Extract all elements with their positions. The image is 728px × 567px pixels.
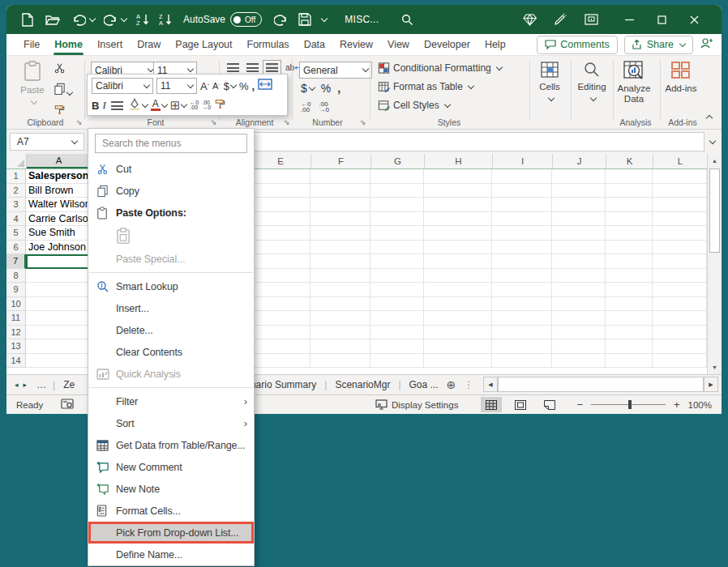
cell-I6[interactable] — [492, 241, 552, 255]
minimize-button[interactable] — [613, 7, 645, 32]
cell-I4[interactable] — [492, 212, 552, 227]
conditional-formatting-button[interactable]: Conditional Formatting — [378, 62, 502, 74]
cell-H7[interactable] — [424, 254, 492, 269]
cell-G5[interactable] — [370, 226, 424, 241]
redo-icon-2[interactable] — [272, 11, 289, 28]
cell-I1[interactable] — [492, 169, 552, 184]
page-break-preview-icon[interactable] — [539, 397, 560, 412]
cell-A12[interactable] — [26, 326, 91, 340]
cell-J11[interactable] — [552, 311, 606, 326]
page-layout-view-icon[interactable] — [510, 397, 531, 412]
column-header-L[interactable]: L — [653, 154, 708, 168]
cell-L2[interactable] — [653, 184, 707, 198]
vertical-scrollbar[interactable]: ▲ ▼ — [707, 154, 722, 374]
menu-item-get-data[interactable]: Get Data from Table/Range... — [88, 434, 254, 456]
cell-E11[interactable] — [250, 311, 310, 326]
cell-J4[interactable] — [552, 212, 606, 227]
cell-K3[interactable] — [606, 198, 653, 212]
cell-G7[interactable] — [370, 254, 424, 269]
cell-L5[interactable] — [653, 226, 707, 241]
cell-E4[interactable] — [250, 212, 310, 227]
cell-J1[interactable] — [552, 169, 606, 184]
close-button[interactable] — [678, 7, 710, 32]
cell-J10[interactable] — [552, 297, 606, 312]
cell-G6[interactable] — [370, 241, 424, 255]
menu-item-copy[interactable]: Copy — [88, 180, 254, 202]
collapse-ribbon-icon[interactable] — [704, 109, 712, 124]
column-header-E[interactable]: E — [251, 154, 311, 168]
cell-K2[interactable] — [606, 184, 653, 198]
name-box[interactable]: A7 — [10, 133, 84, 151]
cell-G13[interactable] — [370, 339, 424, 354]
cell-H3[interactable] — [424, 198, 492, 212]
tab-view[interactable]: View — [380, 34, 417, 55]
cell-A13[interactable] — [26, 339, 91, 354]
number-format-select[interactable]: General — [299, 62, 372, 79]
format-painter-icon[interactable] — [214, 98, 226, 113]
tab-review[interactable]: Review — [332, 34, 380, 55]
format-as-table-button[interactable]: Format as Table — [378, 81, 473, 92]
cell-L4[interactable] — [653, 212, 707, 227]
comments-button[interactable]: Comments — [537, 36, 617, 54]
increase-decimal-icon[interactable]: ←0.00 — [190, 100, 199, 110]
decrease-font-size-icon[interactable]: Aˇ — [212, 81, 221, 91]
draw-pen-icon[interactable] — [551, 11, 569, 28]
cell-G9[interactable] — [370, 283, 424, 297]
cell-J3[interactable] — [552, 198, 606, 212]
menu-item-define-name[interactable]: Define Name... — [88, 544, 254, 565]
cell-J12[interactable] — [552, 326, 606, 340]
cell-H5[interactable] — [424, 226, 492, 241]
column-header-I[interactable]: I — [493, 154, 553, 168]
cell-F2[interactable] — [310, 184, 370, 198]
menu-item-smart-lookup[interactable]: Smart Lookup — [88, 275, 254, 297]
cell-K13[interactable] — [606, 339, 653, 354]
cell-K11[interactable] — [606, 311, 653, 326]
tab-insert[interactable]: Insert — [90, 34, 130, 55]
increase-font-size-icon[interactable]: Aˆ — [200, 80, 209, 92]
cell-H4[interactable] — [424, 212, 492, 227]
cell-I14[interactable] — [492, 354, 552, 369]
cell-A8[interactable] — [26, 269, 91, 284]
sheet-nav-left-icon[interactable]: ◂ — [15, 381, 22, 389]
menu-item-pick-from-dropdown-list[interactable]: Pick From Drop-down List... — [88, 522, 254, 544]
cell-H1[interactable] — [424, 169, 492, 184]
column-header-G[interactable]: G — [371, 154, 425, 168]
format-painter-icon[interactable] — [54, 104, 72, 118]
cell-F1[interactable] — [310, 169, 370, 184]
share-button[interactable]: Share — [624, 36, 693, 54]
cell-A6[interactable]: Joe Johnson — [26, 241, 91, 255]
comma-style-icon[interactable]: , — [252, 80, 255, 92]
font-color-icon[interactable]: A — [151, 100, 161, 111]
menu-item-insert[interactable]: Insert... — [88, 297, 254, 319]
cell-E2[interactable] — [250, 184, 310, 198]
font-dialog-launcher[interactable]: ⇘ — [211, 118, 217, 126]
cell-E7[interactable] — [250, 254, 310, 269]
sheet-tab[interactable]: Goa ... — [401, 379, 447, 390]
normal-view-icon[interactable] — [481, 397, 502, 412]
percent-style-icon[interactable]: % — [321, 82, 331, 95]
cell-F7[interactable] — [310, 254, 370, 269]
cell-A5[interactable]: Sue Smith — [26, 226, 91, 241]
cell-F4[interactable] — [310, 212, 370, 227]
cell-J13[interactable] — [552, 339, 606, 354]
add-ins-button[interactable]: Add-ins — [662, 61, 700, 94]
save-icon[interactable] — [296, 11, 314, 28]
macro-record-icon[interactable] — [61, 399, 74, 411]
cell-G12[interactable] — [370, 326, 424, 340]
menu-search-input[interactable] — [96, 138, 246, 149]
cell-E3[interactable] — [250, 198, 310, 212]
vertical-scroll-thumb[interactable] — [709, 168, 720, 253]
row-header-12[interactable]: 12 — [6, 326, 26, 340]
sheet-more-icon[interactable]: … — [36, 379, 46, 390]
percent-style-icon[interactable]: % — [239, 80, 249, 92]
menu-item-format-cells[interactable]: Format Cells... — [88, 500, 254, 522]
row-header-14[interactable]: 14 — [6, 354, 26, 369]
cell-L3[interactable] — [653, 198, 707, 212]
redo-dropdown-icon[interactable] — [121, 15, 127, 21]
display-settings-button[interactable]: Display Settings — [375, 399, 458, 410]
cell-F12[interactable] — [310, 326, 370, 340]
cell-L12[interactable] — [653, 326, 707, 340]
row-header-1[interactable]: 1 — [6, 169, 26, 184]
cell-L13[interactable] — [653, 339, 707, 354]
cell-I12[interactable] — [492, 326, 552, 340]
